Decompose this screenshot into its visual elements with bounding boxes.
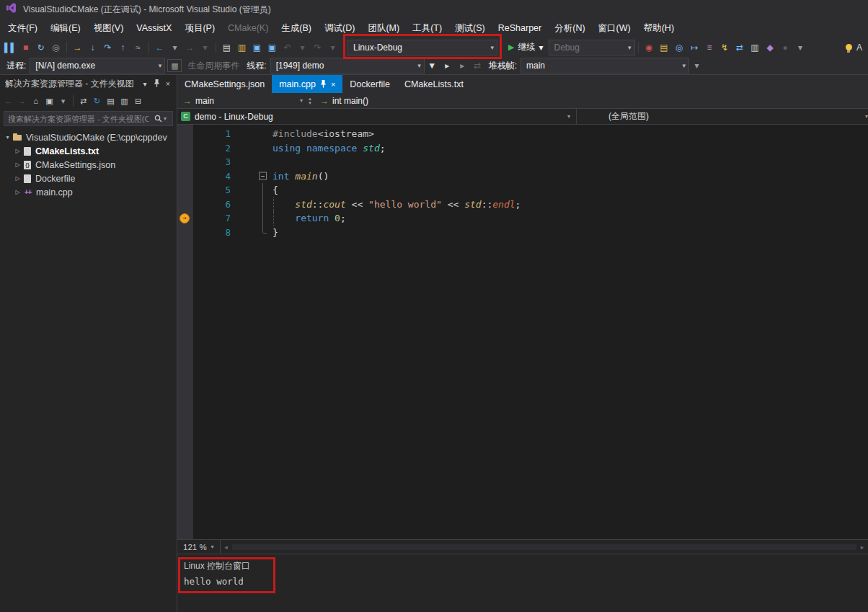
process-combo[interactable]: [N/A] demo.exe ▾ bbox=[30, 58, 165, 74]
thread-combo[interactable]: [1949] demo ▾ bbox=[270, 58, 425, 74]
menu-item-视图(V)[interactable]: 视图(V) bbox=[87, 19, 130, 37]
undo-dropdown[interactable]: ▾ bbox=[295, 40, 310, 55]
close-icon[interactable]: × bbox=[162, 80, 174, 88]
redo-dropdown[interactable]: ▾ bbox=[325, 40, 340, 55]
solution-configuration-combo[interactable]: Debug ▾ bbox=[549, 40, 635, 56]
va-step-filter-icon[interactable]: ≈ bbox=[130, 40, 146, 55]
memory-window-icon[interactable]: ▤ bbox=[657, 40, 672, 55]
breakpoints-window-icon[interactable]: ◉ bbox=[642, 40, 657, 55]
save-all-icon[interactable]: ▣ bbox=[265, 40, 280, 55]
scroll-left-icon[interactable]: ◂ bbox=[221, 544, 232, 551]
menu-item-项目(P)[interactable]: 项目(P) bbox=[178, 19, 221, 37]
horizontal-scrollbar[interactable]: ◂ ▸ bbox=[221, 540, 868, 554]
redo-icon[interactable]: ↷ bbox=[310, 40, 325, 55]
toolbar-overflow-dropdown[interactable]: ▾ bbox=[689, 58, 704, 73]
pin-icon[interactable] bbox=[320, 80, 327, 88]
diagnostic-tools-icon[interactable]: ● bbox=[778, 40, 793, 55]
search-icon[interactable] bbox=[152, 112, 164, 125]
break-all-icon[interactable]: ▌▌ bbox=[3, 40, 18, 55]
immediate-window-icon[interactable]: ↦ bbox=[687, 40, 702, 55]
tab-CMakeLists.txt[interactable]: CMakeLists.txt bbox=[397, 75, 471, 93]
startup-target-combo[interactable]: Linux-Debug ▾ bbox=[347, 40, 497, 56]
close-icon[interactable]: × bbox=[331, 80, 335, 89]
expand-chevron-icon[interactable]: ▷ bbox=[13, 175, 22, 182]
save-icon[interactable]: ▣ bbox=[249, 40, 265, 55]
step-out-icon[interactable]: ↑ bbox=[115, 40, 130, 55]
restart-icon[interactable]: ↻ bbox=[33, 40, 48, 55]
breakpoint-margin[interactable] bbox=[177, 155, 193, 169]
expand-chevron-icon[interactable]: ▷ bbox=[13, 148, 22, 154]
filter-frames-icon[interactable]: ▼ bbox=[425, 58, 440, 73]
properties-icon[interactable]: ▥ bbox=[118, 94, 131, 108]
show-threads-in-source-icon[interactable]: ⇄ bbox=[470, 58, 485, 73]
va-context-combo[interactable]: → main ▾ bbox=[177, 96, 306, 106]
menu-item-窗口(W)[interactable]: 窗口(W) bbox=[592, 19, 637, 37]
tree-item-CMakeLists.txt[interactable]: ▷CMakeLists.txt bbox=[0, 144, 177, 158]
menu-item-帮助(H)[interactable]: 帮助(H) bbox=[637, 19, 681, 37]
continue-button[interactable]: ▶ 继续 ▾ bbox=[503, 41, 549, 53]
va-spinner[interactable]: ▲ ▼ bbox=[306, 97, 314, 105]
scroll-right-icon[interactable]: ▸ bbox=[856, 544, 868, 551]
navigate-forward-dropdown[interactable]: ▾ bbox=[198, 40, 213, 55]
pin-icon[interactable] bbox=[151, 79, 162, 89]
console-output[interactable]: hello world bbox=[184, 576, 868, 587]
collapse-region-icon[interactable]: − bbox=[259, 172, 267, 180]
navigate-backward-dropdown[interactable]: ▾ bbox=[167, 40, 182, 55]
menu-item-VAssistX[interactable]: VAssistX bbox=[130, 20, 178, 36]
search-options-dropdown-icon[interactable]: ▾ bbox=[164, 115, 172, 122]
tree-item-Dockerfile[interactable]: ▷Dockerfile bbox=[0, 172, 177, 185]
code-editor[interactable]: 1#include<iostream>2using namespace std;… bbox=[177, 125, 868, 539]
lightbulb-icon[interactable] bbox=[846, 44, 852, 50]
sync-with-active-document-icon[interactable]: ⇄ bbox=[76, 94, 90, 108]
breakpoint-margin[interactable] bbox=[177, 141, 193, 156]
switch-views-icon[interactable]: ▣ bbox=[43, 94, 56, 108]
breakpoint-margin[interactable] bbox=[177, 169, 193, 184]
modules-window-icon[interactable]: ▥ bbox=[748, 40, 763, 55]
menu-item-测试(S)[interactable]: 测试(S) bbox=[448, 19, 492, 37]
back-icon[interactable]: ← bbox=[1, 94, 15, 108]
stop-debugging-icon[interactable]: ■ bbox=[18, 40, 33, 55]
navigate-backward-icon[interactable]: ← bbox=[152, 40, 167, 55]
collapse-all-icon[interactable]: ⊟ bbox=[131, 94, 145, 108]
new-file-icon[interactable]: ▤ bbox=[219, 40, 234, 55]
tree-item-VisualStudioCMake (E:\cpp\cppdev[interactable]: ▾VisualStudioCMake (E:\cpp\cppdev bbox=[0, 130, 177, 144]
menu-item-分析(N)[interactable]: 分析(N) bbox=[548, 19, 591, 37]
show-all-files-icon[interactable]: ▤ bbox=[104, 94, 118, 108]
menu-item-调试(D)[interactable]: 调试(D) bbox=[318, 19, 361, 37]
va-definition-value[interactable]: int main() bbox=[332, 96, 368, 106]
menu-item-生成(B)[interactable]: 生成(B) bbox=[275, 19, 318, 37]
feedback-letter[interactable]: A bbox=[856, 43, 862, 53]
search-input[interactable] bbox=[4, 115, 152, 123]
switch-views-dropdown[interactable]: ▾ bbox=[56, 94, 70, 108]
horizontal-scroll-track[interactable] bbox=[232, 544, 856, 550]
breakpoint-margin[interactable] bbox=[177, 183, 193, 198]
tab-Dockerfile[interactable]: Dockerfile bbox=[342, 75, 397, 93]
menu-item-团队(M)[interactable]: 团队(M) bbox=[361, 19, 406, 37]
window-position-dropdown-icon[interactable]: ▾ bbox=[139, 80, 151, 88]
menu-item-文件(F)[interactable]: 文件(F) bbox=[1, 19, 44, 37]
breakpoint-margin[interactable] bbox=[177, 127, 193, 141]
collapse-chevron-icon[interactable]: ▾ bbox=[3, 134, 12, 141]
expand-chevron-icon[interactable]: ▷ bbox=[13, 161, 22, 168]
lifecycle-events-icon[interactable]: ▦ bbox=[167, 59, 182, 72]
undo-icon[interactable]: ↶ bbox=[280, 40, 295, 55]
flag-thread-icon[interactable]: ▸ bbox=[440, 58, 455, 73]
breakpoint-margin[interactable] bbox=[177, 198, 193, 212]
step-into-icon[interactable]: ↓ bbox=[85, 40, 100, 55]
refresh-icon[interactable]: ↻ bbox=[90, 94, 104, 108]
call-stack-window-icon[interactable]: ≡ bbox=[702, 40, 717, 55]
tree-item-main.cpp[interactable]: ▷++main.cpp bbox=[0, 185, 177, 199]
expand-chevron-icon[interactable]: ▷ bbox=[13, 189, 22, 195]
project-scope-combo[interactable]: C demo - Linux-Debug ▾ bbox=[177, 112, 576, 122]
toolbar-overflow-dropdown[interactable]: ▾ bbox=[793, 40, 808, 55]
stack-frame-combo[interactable]: main ▾ bbox=[521, 58, 689, 74]
menu-item-ReSharper[interactable]: ReSharper bbox=[492, 20, 548, 36]
tree-item-CMakeSettings.json[interactable]: ▷{}CMakeSettings.json bbox=[0, 158, 177, 172]
watch-window-icon[interactable]: ◎ bbox=[672, 40, 687, 55]
breakpoint-margin[interactable]: → bbox=[177, 211, 193, 226]
navigate-forward-icon[interactable]: → bbox=[182, 40, 198, 55]
exception-settings-icon[interactable]: ↯ bbox=[717, 40, 732, 55]
open-file-icon[interactable]: ▥ bbox=[234, 40, 249, 55]
home-icon[interactable]: ⌂ bbox=[29, 94, 43, 108]
forward-icon[interactable]: → bbox=[15, 94, 29, 108]
